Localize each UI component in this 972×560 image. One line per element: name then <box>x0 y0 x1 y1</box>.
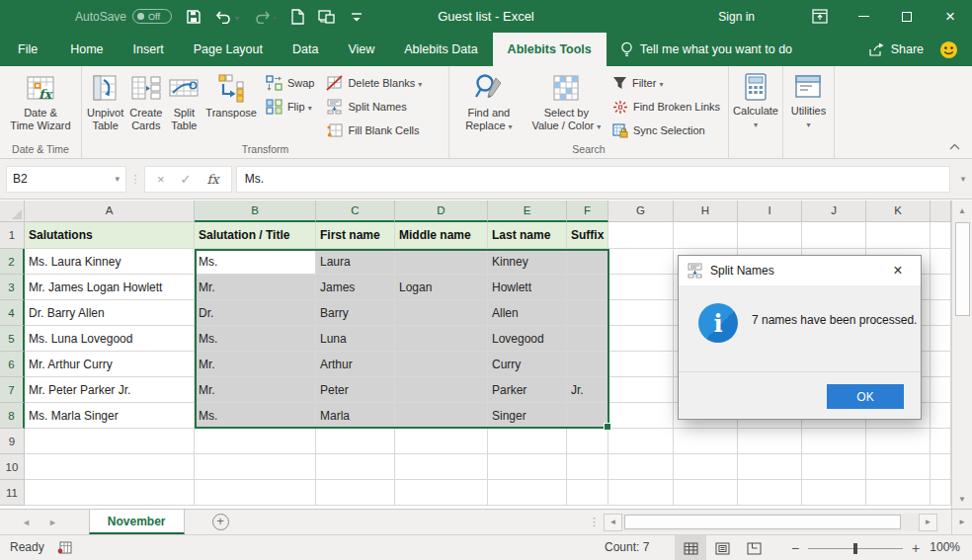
cell-C2[interactable]: Laura <box>316 249 395 275</box>
find-broken-links-button[interactable]: Find Broken Links <box>607 95 726 119</box>
tab-scroll-splitter[interactable]: ⋮ <box>589 510 604 534</box>
transpose-button[interactable]: Transpose <box>202 69 260 120</box>
cell-E2[interactable]: Kinney <box>488 249 567 275</box>
column-header-F[interactable]: F <box>567 200 608 222</box>
cell-I10[interactable] <box>738 454 802 480</box>
save-button[interactable] <box>186 9 202 25</box>
add-sheet-button[interactable]: + <box>212 514 229 530</box>
cell-C9[interactable] <box>316 429 395 454</box>
cell-J1[interactable] <box>802 222 866 249</box>
normal-view-button[interactable] <box>675 535 706 560</box>
cell-E3[interactable]: Howlett <box>488 275 567 300</box>
name-box[interactable]: B2 ▾ <box>6 166 126 193</box>
filter-button[interactable]: Filter <box>607 71 726 95</box>
cell-E4[interactable]: Allen <box>488 300 567 326</box>
horizontal-scroll-track[interactable] <box>622 514 919 531</box>
cell-A7[interactable]: Mr. Peter Parker Jr. <box>25 377 195 403</box>
cell-I1[interactable] <box>738 222 802 249</box>
sign-in-link[interactable]: Sign in <box>718 10 755 24</box>
zoom-in-button[interactable]: + <box>911 540 921 556</box>
cell-D8[interactable] <box>395 403 488 429</box>
dialog-close-button[interactable] <box>883 256 913 285</box>
cell-J11[interactable] <box>802 480 866 506</box>
tab-view[interactable]: View <box>333 33 389 66</box>
cell-C6[interactable]: Arthur <box>316 352 395 377</box>
cell-G11[interactable] <box>608 480 674 506</box>
cell-A2[interactable]: Ms. Laura Kinney <box>25 249 195 275</box>
tab-insert[interactable]: Insert <box>119 33 179 66</box>
horizontal-scroll-thumb[interactable] <box>624 515 901 529</box>
cell-B10[interactable] <box>195 454 316 480</box>
tab-data[interactable]: Data <box>278 33 333 66</box>
cancel-icon[interactable]: × <box>157 172 165 187</box>
cell-B4[interactable]: Dr. <box>195 300 316 326</box>
cell-C1[interactable]: First name <box>316 222 395 249</box>
zoom-slider-thumb[interactable] <box>853 543 857 554</box>
cell-C11[interactable] <box>316 480 395 506</box>
tab-ablebits-tools[interactable]: Ablebits Tools <box>493 33 607 66</box>
cell-A6[interactable]: Mr. Arthur Curry <box>25 352 195 377</box>
cell-J10[interactable] <box>802 454 866 480</box>
page-break-preview-button[interactable] <box>738 535 770 560</box>
cell-B11[interactable] <box>195 480 316 506</box>
cell-E5[interactable]: Lovegood <box>488 326 567 352</box>
cell-D6[interactable] <box>395 352 488 377</box>
row-header-9[interactable]: 9 <box>0 429 25 454</box>
cell-D1[interactable]: Middle name <box>395 222 488 249</box>
cell-D11[interactable] <box>395 480 488 506</box>
cell-K11[interactable] <box>866 480 931 506</box>
cell-G5[interactable] <box>608 326 674 352</box>
expand-formula-bar-icon[interactable]: ▾ <box>954 174 972 184</box>
corner-scroll-icon[interactable]: ► <box>951 510 972 534</box>
cell-G9[interactable] <box>608 429 674 454</box>
cell-F5[interactable] <box>567 326 608 352</box>
cell-E9[interactable] <box>488 429 567 454</box>
sync-selection-button[interactable]: Sync Selection <box>607 119 726 142</box>
calculate-button[interactable]: Calculate <box>730 69 781 131</box>
macro-record-button[interactable] <box>57 540 72 557</box>
cell-G1[interactable] <box>608 222 674 249</box>
row-header-7[interactable]: 7 <box>0 377 25 403</box>
cell-C8[interactable]: Marla <box>316 403 395 429</box>
cell-F11[interactable] <box>567 480 608 506</box>
undo-button[interactable] <box>215 10 239 24</box>
column-header-E[interactable]: E <box>488 200 567 222</box>
column-header-C[interactable]: C <box>316 200 395 222</box>
cell-D9[interactable] <box>395 429 488 454</box>
zoom-out-button[interactable]: − <box>790 540 800 556</box>
cell-A9[interactable] <box>25 429 195 454</box>
select-all-corner[interactable] <box>0 200 25 222</box>
cell-C10[interactable] <box>316 454 395 480</box>
row-header-5[interactable]: 5 <box>0 326 25 352</box>
cell-B9[interactable] <box>195 429 316 454</box>
vertical-scroll-thumb[interactable] <box>955 222 970 316</box>
cell-F6[interactable] <box>567 352 608 377</box>
scroll-down-icon[interactable]: ▼ <box>952 489 972 509</box>
cell-B2[interactable]: Ms. <box>195 249 316 275</box>
column-header-H[interactable]: H <box>674 200 738 222</box>
cell-D5[interactable] <box>395 326 488 352</box>
redo-button[interactable] <box>253 10 277 24</box>
minimize-button[interactable] <box>842 0 885 33</box>
row-header-8[interactable]: 8 <box>0 403 25 429</box>
column-header-J[interactable]: J <box>802 200 866 222</box>
cell-E6[interactable]: Curry <box>488 352 567 377</box>
column-header-B[interactable]: B <box>195 200 316 222</box>
cell-K10[interactable] <box>866 454 931 480</box>
cell-E10[interactable] <box>488 454 567 480</box>
cell-F4[interactable] <box>567 300 608 326</box>
row-header-1[interactable]: 1 <box>0 222 25 249</box>
cell-B1[interactable]: Salutation / Title <box>195 222 316 249</box>
cell-H11[interactable] <box>674 480 738 506</box>
cell-F1[interactable]: Suffix <box>567 222 608 249</box>
date-time-wizard-button[interactable]: fx Date & Time Wizard <box>7 69 73 132</box>
cell-H1[interactable] <box>674 222 738 249</box>
cell-C5[interactable]: Luna <box>316 326 395 352</box>
row-header-2[interactable]: 2 <box>0 249 25 275</box>
cell-E8[interactable]: Singer <box>488 403 567 429</box>
cell-H10[interactable] <box>674 454 738 480</box>
tab-home[interactable]: Home <box>55 33 118 66</box>
scroll-up-icon[interactable]: ▲ <box>952 200 972 220</box>
ribbon-display-options-button[interactable] <box>798 0 842 33</box>
row-header-4[interactable]: 4 <box>0 300 25 326</box>
